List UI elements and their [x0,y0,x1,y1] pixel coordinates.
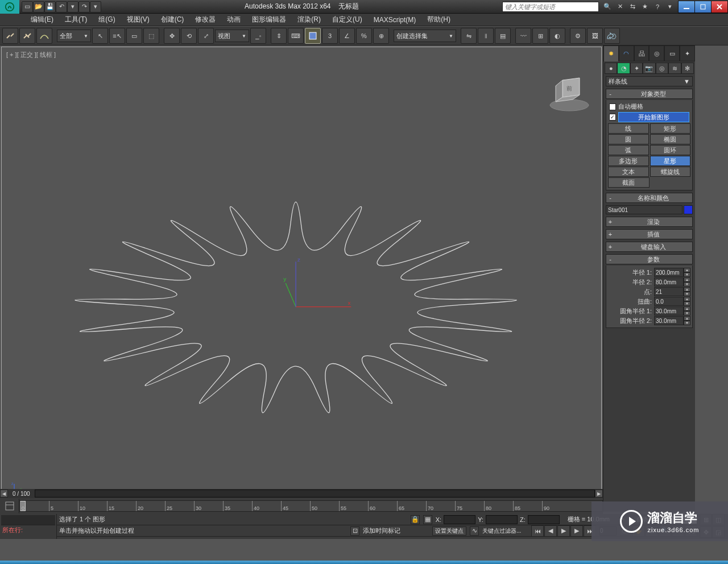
bind-space-icon[interactable] [36,28,52,44]
scroll-right-button[interactable]: ▶ [595,490,603,497]
time-config-icon[interactable] [0,499,19,513]
search-icon[interactable]: 🔍 [602,2,613,12]
move-icon[interactable]: ✥ [164,28,180,44]
start-new-shape-button[interactable]: 开始新图形 [618,112,689,122]
help-icon[interactable]: ? [652,2,663,12]
keymode-icon[interactable]: ∿ [470,526,479,536]
set-key-button[interactable]: 设置关键点 [432,526,466,536]
param-input-1[interactable] [654,277,684,287]
shape-circle-button[interactable]: 圆 [608,134,649,144]
maximize-button[interactable] [694,1,712,13]
undo-drop-icon[interactable]: ▾ [67,1,78,13]
render-setup-icon[interactable]: ⚙ [570,28,586,44]
menu-create[interactable]: 创建(C) [155,15,190,24]
curve-editor-icon[interactable]: 〰 [515,28,531,44]
use-pivot-center-icon[interactable]: ⎯◦ [250,28,266,44]
shape-star-button[interactable]: 星形 [650,156,691,166]
isolate-icon[interactable]: ▦ [423,515,432,524]
shapes-dropdown[interactable]: 样条线▼ [606,76,693,86]
spinner-up-icon[interactable]: ▲ [684,297,690,301]
geometry-subtab[interactable]: ● [605,63,617,74]
app-icon[interactable] [0,0,19,14]
selection-lock-icon[interactable]: 🔒 [411,515,420,524]
snap-toggle-icon[interactable] [305,28,321,44]
modify-tab[interactable]: ◠ [619,45,634,61]
exchange-icon[interactable]: ⇆ [627,2,638,12]
shape-text-button[interactable]: 文本 [608,167,649,177]
scroll-track[interactable] [35,490,595,497]
shape-line-button[interactable]: 线 [608,123,649,134]
selection-filter-dropdown[interactable]: 全部▼ [57,30,91,42]
spinner-up-icon[interactable]: ▲ [684,277,690,282]
motion-tab[interactable]: ◎ [649,45,664,61]
save-icon[interactable]: 💾 [44,1,56,13]
rollout-object-type[interactable]: -对象类型 [606,89,693,99]
spinner-down-icon[interactable]: ▼ [684,292,690,296]
scale-icon[interactable]: ⤢ [198,28,214,44]
menu-group[interactable]: 组(G) [93,15,121,24]
subscription-icon[interactable]: ✕ [615,2,625,12]
redo-icon[interactable]: ↷ [78,1,90,13]
utilities-tab[interactable]: ✦ [680,45,695,61]
rollout-render[interactable]: +渲染 [606,217,693,227]
spinner-up-icon[interactable]: ▲ [684,306,690,311]
material-editor-icon[interactable]: ◐ [549,28,565,44]
object-name-input[interactable] [606,205,682,214]
spinner-down-icon[interactable]: ▼ [684,301,690,306]
helpers-subtab[interactable]: ◎ [656,63,668,74]
percent-snap-icon[interactable]: % [356,28,372,44]
shape-section-button[interactable]: 截面 [608,177,650,188]
snap-3-icon[interactable]: 3 [322,28,338,44]
minimize-button[interactable] [678,1,695,13]
reference-coord-dropdown[interactable]: 视图▼ [215,30,249,42]
favorite-icon[interactable]: ★ [640,2,650,12]
rollout-interpolation[interactable]: +插值 [606,229,693,239]
minilistener[interactable]: 所在行: [0,514,57,539]
shape-rectangle-button[interactable]: 矩形 [650,123,691,134]
schematic-view-icon[interactable]: ⊞ [532,28,548,44]
param-input-3[interactable] [654,297,684,306]
param-input-0[interactable] [654,268,684,277]
param-input-2[interactable] [654,287,684,296]
open-icon[interactable]: 📂 [33,1,44,13]
mirror-icon[interactable]: ⇋ [461,28,477,44]
menu-rendering[interactable]: 渲染(R) [292,15,326,24]
startnew-checkbox[interactable]: ✓ [609,114,616,121]
link-icon[interactable] [2,28,18,44]
spacewarps-subtab[interactable]: ≋ [668,63,681,74]
keyboard-shortcut-icon[interactable]: ⌨ [288,28,304,44]
unlink-icon[interactable] [19,28,35,44]
autogrid-checkbox[interactable] [609,103,616,110]
cameras-subtab[interactable]: 📷 [643,63,655,74]
menu-views[interactable]: 视图(V) [121,15,155,24]
shapes-subtab[interactable]: ◔ [617,63,630,74]
time-ruler[interactable]: 051015202530354045505560657075808590 [19,500,603,512]
add-time-tag[interactable]: 添加时间标记 [363,526,408,535]
spinner-down-icon[interactable]: ▼ [684,321,690,325]
prev-frame-icon[interactable]: ◀ [544,525,557,537]
next-frame-icon[interactable]: ▶ [570,525,583,537]
rollout-name-color[interactable]: -名称和颜色 [606,193,693,203]
param-input-5[interactable] [654,316,684,325]
display-tab[interactable]: ▭ [664,45,680,61]
select-by-name-icon[interactable]: ≡↖ [109,28,125,44]
menu-animation[interactable]: 动画 [221,15,246,24]
spinner-down-icon[interactable]: ▼ [684,272,690,277]
align-icon[interactable]: ⫴ [478,28,494,44]
spinner-snap-icon[interactable]: ⊕ [373,28,389,44]
coord-z-input[interactable] [528,515,560,524]
undo-icon[interactable]: ↶ [56,1,67,13]
rollout-parameters[interactable]: -参数 [606,254,693,264]
help-search-input[interactable] [502,2,599,12]
shape-helix-button[interactable]: 螺旋线 [650,167,691,177]
angle-snap-icon[interactable]: ∠ [339,28,355,44]
select-object-icon[interactable]: ↖ [92,28,108,44]
coord-y-input[interactable] [486,515,518,524]
menu-tools[interactable]: 工具(T) [59,15,93,24]
menu-modifiers[interactable]: 修改器 [189,15,221,24]
menu-grapheditors[interactable]: 图形编辑器 [246,15,292,24]
menu-help[interactable]: 帮助(H) [421,15,456,24]
layer-manager-icon[interactable]: ▤ [495,28,511,44]
create-tab[interactable]: ✹ [603,45,619,61]
spinner-down-icon[interactable]: ▼ [684,311,690,316]
